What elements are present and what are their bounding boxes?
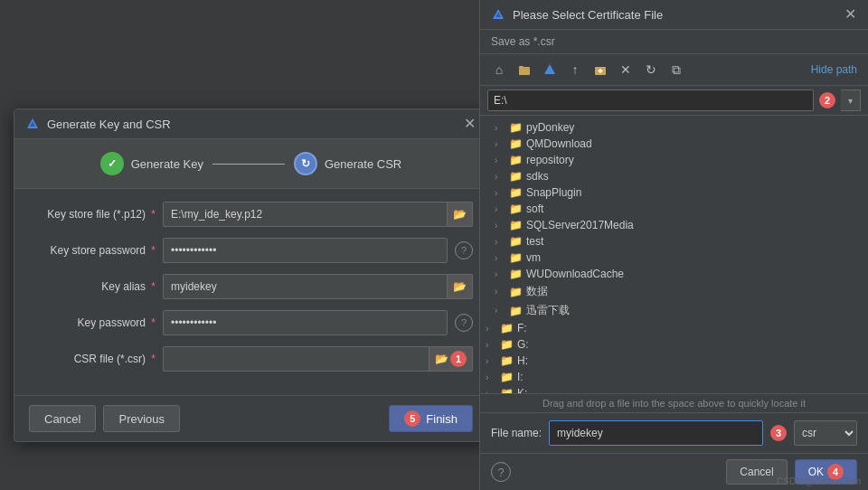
key-store-password-label: Key store password * — [29, 244, 156, 257]
tree-item-qmdownload[interactable]: › 📁 QMDownload — [480, 136, 868, 152]
csr-badge-1: 1 — [450, 351, 467, 367]
tree-item-pydonkey[interactable]: › 📁 pyDonkey — [480, 119, 868, 136]
add-folder-toolbar-button[interactable] — [589, 58, 612, 81]
right-close-button[interactable]: ✕ — [843, 7, 857, 22]
key-alias-input-wrap: 📂 — [163, 274, 473, 299]
steps-bar: ✓ Generate Key ↻ Generate CSR — [14, 139, 487, 189]
cancel-button[interactable]: Cancel — [29, 405, 96, 432]
folder-icon-2: 📂 — [453, 280, 467, 293]
refresh-toolbar-button[interactable]: ↻ — [639, 58, 663, 81]
finish-badge: 5 — [404, 410, 420, 427]
tree-item-vm[interactable]: › 📁 vm — [480, 250, 868, 266]
folder-icon-tree: 📁 — [509, 154, 523, 166]
step-divider — [212, 164, 285, 165]
csr-file-input[interactable] — [163, 346, 429, 372]
tree-item-drive-f[interactable]: › 📁 F: — [480, 320, 868, 336]
folder-icon-tree: 📁 — [509, 203, 523, 215]
path-dropdown-button[interactable]: ▾ — [841, 90, 861, 111]
tree-item-label: SnapPlugin — [526, 186, 861, 199]
drop-hint-text: Drag and drop a file into the space abov… — [480, 393, 868, 412]
chevron-icon: › — [486, 356, 496, 366]
tree-item-soft[interactable]: › 📁 soft — [480, 201, 868, 217]
copy-toolbar-button[interactable]: ⧉ — [665, 58, 688, 81]
key-password-row: Key password * ? — [29, 310, 473, 335]
tree-item-drive-k[interactable]: › 📁 K: — [480, 385, 868, 393]
tree-item-label: 迅雷下载 — [526, 303, 861, 318]
csr-file-browse-button[interactable]: 📂 1 — [429, 346, 473, 372]
chevron-icon: › — [495, 155, 505, 165]
tree-item-label: SQLServer2017Media — [526, 219, 861, 231]
tree-item-drive-g[interactable]: › 📁 G: — [480, 336, 868, 353]
save-as-bar: Save as *.csr — [480, 30, 868, 54]
key-store-file-input[interactable] — [163, 202, 448, 227]
tree-item-label: vm — [526, 251, 861, 264]
folder-icon-tree: 📁 — [509, 219, 523, 231]
tree-item-sqlserver[interactable]: › 📁 SQLServer2017Media — [480, 217, 868, 233]
key-store-file-browse-button[interactable]: 📂 — [448, 202, 473, 227]
required-star-2: * — [151, 244, 156, 257]
key-store-password-input[interactable] — [163, 238, 448, 263]
filename-input[interactable] — [549, 420, 763, 446]
chevron-icon: › — [495, 237, 505, 247]
home-toolbar-button[interactable]: ⌂ — [487, 58, 511, 81]
dialog-titlebar: Generate Key and CSR ✕ — [14, 109, 487, 139]
tree-item-label: WUDownloadCache — [526, 268, 861, 280]
titlebar-left: Generate Key and CSR — [25, 117, 171, 131]
folder-icon-tree: 📁 — [500, 387, 514, 393]
chevron-icon: › — [495, 188, 505, 198]
required-star-3: * — [151, 280, 156, 293]
tree-item-thunder[interactable]: › 📁 迅雷下载 — [480, 301, 868, 320]
key-store-file-input-wrap: 📂 — [163, 202, 473, 227]
chevron-icon: › — [486, 340, 496, 350]
folder-icon-3: 📂 — [435, 353, 448, 365]
chevron-icon: › — [495, 204, 505, 214]
key-alias-browse-button[interactable]: 📂 — [448, 274, 473, 299]
tree-item-label: repository — [526, 154, 861, 166]
generate-key-csr-dialog: Generate Key and CSR ✕ ✓ Generate Key ↻ … — [14, 108, 488, 442]
step-generate-csr: ↻ Generate CSR — [294, 152, 401, 175]
new-folder-toolbar-button[interactable] — [513, 58, 536, 81]
watermark: CSDN @James-Tom — [777, 476, 861, 486]
right-help-icon[interactable]: ? — [491, 462, 511, 482]
folder-icon-tree: 📁 — [509, 235, 523, 248]
chevron-icon: › — [495, 139, 505, 149]
right-titlebar: Please Select Certificate File ✕ — [480, 0, 868, 30]
required-star: * — [151, 208, 156, 221]
folder-icon-tree: 📁 — [509, 186, 523, 199]
step-generate-key: ✓ Generate Key — [100, 152, 203, 175]
path-input[interactable] — [487, 90, 814, 111]
file-tree[interactable]: › 📁 pyDonkey › 📁 QMDownload › 📁 reposito… — [480, 116, 868, 393]
tree-item-test[interactable]: › 📁 test — [480, 233, 868, 250]
key-alias-row: Key alias * 📂 — [29, 274, 473, 299]
tree-item-wudownload[interactable]: › 📁 WUDownloadCache — [480, 266, 868, 282]
tree-item-data-cn[interactable]: › 📁 数据 — [480, 282, 868, 301]
delete-toolbar-button[interactable]: ✕ — [614, 58, 637, 81]
key-password-input[interactable] — [163, 310, 448, 335]
key-csr-form: Key store file (*.p12) * 📂 Key store pas… — [14, 189, 487, 395]
tree-item-drive-i[interactable]: › 📁 I: — [480, 369, 868, 385]
filename-label: File name: — [491, 427, 542, 439]
tree-item-label: G: — [517, 338, 861, 351]
key-password-help-icon[interactable]: ? — [455, 314, 473, 332]
app-logo-toolbar-button[interactable] — [538, 58, 561, 81]
tree-item-label: H: — [517, 354, 861, 367]
previous-button[interactable]: Previous — [103, 405, 180, 432]
folder-up-toolbar-button[interactable]: ↑ — [563, 58, 587, 81]
csr-file-row: CSR file (*.csr) * 📂 1 — [29, 346, 473, 372]
hide-path-button[interactable]: Hide path — [807, 63, 861, 76]
key-alias-input[interactable] — [163, 274, 448, 299]
extension-select[interactable]: csr pem der — [794, 420, 857, 446]
key-store-file-label: Key store file (*.p12) * — [29, 208, 156, 221]
chevron-icon: › — [495, 287, 505, 297]
key-store-password-help-icon[interactable]: ? — [455, 241, 473, 259]
finish-button[interactable]: 5 Finish — [389, 405, 473, 432]
chevron-icon: › — [486, 324, 496, 334]
tree-item-drive-h[interactable]: › 📁 H: — [480, 353, 868, 369]
dialog-close-button[interactable]: ✕ — [462, 117, 476, 131]
dialog-title: Generate Key and CSR — [47, 118, 171, 131]
tree-item-snapplugin[interactable]: › 📁 SnapPlugin — [480, 184, 868, 201]
tree-item-sdks[interactable]: › 📁 sdks — [480, 168, 868, 184]
step-1-label: Generate Key — [131, 157, 203, 171]
tree-item-repository[interactable]: › 📁 repository — [480, 152, 868, 168]
step-1-icon: ✓ — [108, 157, 117, 170]
